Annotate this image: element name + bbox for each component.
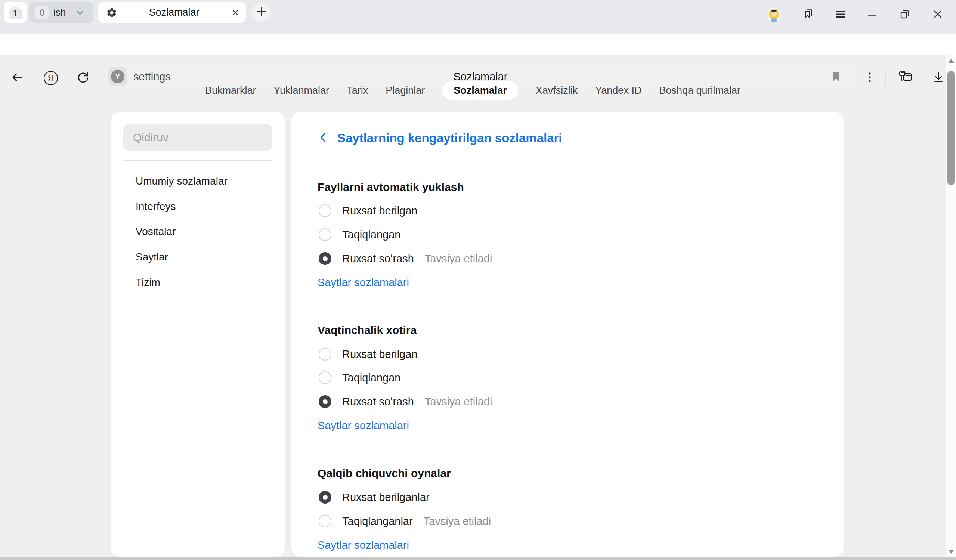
radio-option[interactable]: Ruxsat berilgan [319,347,418,362]
window-close-button[interactable] [930,8,945,22]
tab-strip: 1 0 ish Sozlamalar [0,0,956,34]
close-icon [931,8,944,22]
nav-tab-other-devices[interactable]: Boshqa qurilmalar [659,81,741,100]
section-title-popups: Qalqib chiquvchi oynalar [318,466,451,481]
address-toolbar: Я Y settings Sozlamalar [0,34,956,55]
settings-sidebar: Umumiy sozlamalar Interfeys Vositalar Sa… [111,112,285,557]
radio-label[interactable]: Ruxsat berilganlar [342,491,429,503]
radio-button-unselected[interactable] [319,371,331,384]
radio-label[interactable]: Ruxsat soʻrash [342,253,414,265]
site-settings-link[interactable]: Saytlar sozlamalari [318,418,409,433]
radio-option[interactable]: Taqiqlanganlar Tavsiya etiladi [319,514,491,529]
nav-tab-downloads[interactable]: Yuklanmalar [274,81,330,100]
radio-button-unselected[interactable] [319,204,331,217]
radio-button-selected[interactable] [319,252,331,265]
profile-avatar[interactable] [767,8,781,22]
workspace-label: ish [53,7,66,18]
radio-button-unselected[interactable] [319,348,331,360]
workspace-divider [72,7,72,18]
horizontal-scrollbar-track [0,557,956,560]
all-tabs-button[interactable]: 1 [4,2,27,23]
bookmarks-panel-button[interactable] [801,8,816,22]
bookmarks-icon [802,8,815,22]
radio-label[interactable]: Taqiqlangan [342,372,401,384]
gear-icon [106,7,117,18]
new-tab-button[interactable] [252,3,271,22]
nav-tab-yandex-id[interactable]: Yandex ID [595,81,642,100]
settings-main-panel: Saytlarning kengaytirilgan sozlamalari F… [291,112,844,557]
section-title-cache: Vaqtinchalik xotira [318,323,417,338]
radio-button-selected[interactable] [319,491,331,503]
workspace-count-badge: 0 [35,6,49,19]
sidebar-item-sites[interactable]: Saytlar [135,250,168,264]
nav-tab-settings[interactable]: Sozlamalar [442,81,518,100]
section-title-auto-download: Fayllarni avtomatik yuklash [318,180,464,195]
window-restore-button[interactable] [897,8,912,22]
sidebar-item-general[interactable]: Umumiy sozlamalar [135,174,228,189]
avatar-headband [771,10,777,12]
sidebar-item-system[interactable]: Tizim [135,275,160,290]
back-chevron-icon[interactable] [318,131,329,146]
recommended-note: Tavsiya etiladi [425,396,492,408]
recommended-note: Tavsiya etiladi [425,253,492,265]
radio-label[interactable]: Ruxsat soʻrash [342,396,414,408]
window-minimize-button[interactable] [865,8,880,22]
avatar-face [772,12,777,17]
avatar-dress [771,18,777,22]
hamburger-menu-icon [834,8,847,22]
site-settings-link[interactable]: Saytlar sozlamalari [318,538,409,552]
vertical-scrollbar[interactable] [945,55,956,557]
nav-tab-bookmarks[interactable]: Bukmarklar [205,81,256,100]
recommended-note: Tavsiya etiladi [424,515,491,527]
scroll-up-icon[interactable] [948,59,954,63]
chevron-down-icon[interactable] [75,8,85,17]
tab-title: Sozlamalar [117,7,231,18]
advanced-site-settings-header[interactable]: Saytlarning kengaytirilgan sozlamalari [318,130,562,146]
radio-option[interactable]: Taqiqlangan [319,227,401,242]
radio-label[interactable]: Taqiqlangan [342,229,401,241]
sidebar-item-interface[interactable]: Interfeys [135,199,176,214]
radio-option[interactable]: Ruxsat berilgan [319,203,418,218]
radio-button-unselected[interactable] [319,515,331,527]
radio-option[interactable]: Taqiqlangan [319,370,401,385]
radio-option[interactable]: Ruxsat soʻrash Tavsiya etiladi [319,251,492,266]
radio-option[interactable]: Ruxsat berilganlar [319,490,429,505]
bookmark-flag-icon[interactable] [832,71,841,82]
nav-tab-history[interactable]: Tarix [347,81,368,100]
sidebar-divider [123,160,272,161]
restore-icon [898,8,911,22]
nav-tab-plugins[interactable]: Plaginlar [385,81,425,100]
scroll-down-icon[interactable] [948,549,954,554]
minimize-icon [866,8,879,22]
tab-count-badge: 1 [9,7,22,20]
radio-label[interactable]: Ruxsat berilgan [342,205,418,217]
site-settings-link[interactable]: Saytlar sozlamalari [318,275,409,290]
nav-tab-security[interactable]: Xavfsizlik [536,81,578,100]
radio-button-selected[interactable] [319,395,331,408]
header-divider [318,159,817,160]
radio-button-unselected[interactable] [319,228,331,241]
radio-option[interactable]: Ruxsat soʻrash Tavsiya etiladi [319,394,492,409]
settings-nav: Bukmarklar Yuklanmalar Tarix Plaginlar S… [0,81,945,100]
radio-label[interactable]: Ruxsat berilgan [342,348,418,360]
workspace-switcher[interactable]: 0 ish [29,2,93,23]
browser-window: 1 0 ish Sozlamalar [0,0,956,560]
browser-tab-settings[interactable]: Sozlamalar [98,2,246,23]
scrollbar-thumb[interactable] [947,71,954,185]
page-title[interactable]: Saytlarning kengaytirilgan sozlamalari [337,131,562,145]
browser-menu-button[interactable] [833,8,848,22]
tab-close-icon[interactable] [231,8,240,17]
plus-icon [255,5,268,19]
search-input[interactable] [123,124,272,151]
radio-label[interactable]: Taqiqlanganlar [342,515,413,527]
sidebar-item-tools[interactable]: Vositalar [135,224,176,239]
